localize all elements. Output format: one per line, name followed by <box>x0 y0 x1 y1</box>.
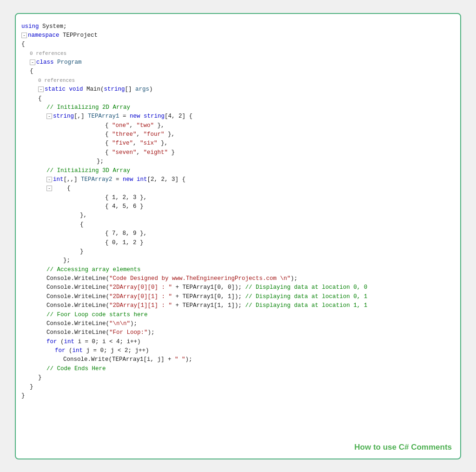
code-line: Console.WriteLine("Code Designed by www.… <box>21 274 453 283</box>
code-line: { 7, 8, 9 }, <box>21 229 453 238</box>
code-line: } <box>21 392 453 400</box>
code-content: using System; -namespace TEPProject { 0 … <box>21 22 453 401</box>
code-line: -int[,,] TEPArray2 = new int[2, 2, 3] { <box>21 175 453 184</box>
code-line: }; <box>21 256 453 265</box>
code-line: using System; <box>21 22 453 31</box>
code-line: } <box>21 247 453 256</box>
code-line: for (int i = 0; i < 4; i++) <box>21 338 453 346</box>
code-line: 0 references <box>21 49 453 58</box>
code-line: { "five", "six" }, <box>21 139 453 148</box>
code-line: Console.WriteLine("2DArray[1][1] : " + T… <box>21 301 453 310</box>
code-line: { 1, 2, 3 }, <box>21 193 453 202</box>
code-line: // Initializing 3D Array <box>21 166 453 175</box>
code-line: { 4, 5, 6 } <box>21 202 453 211</box>
code-line: -class Program <box>21 58 453 67</box>
code-line: }, <box>21 211 453 220</box>
code-line: // Accessing array elements <box>21 266 453 274</box>
code-editor: using System; -namespace TEPProject { 0 … <box>15 13 461 459</box>
code-line: }; <box>21 157 453 166</box>
code-line: 0 references <box>21 76 453 85</box>
code-line: { <box>21 40 453 49</box>
code-line: Console.WriteLine("2DArray[0][0] : " + T… <box>21 283 453 292</box>
code-line: { <box>21 67 453 76</box>
code-line: } <box>21 373 453 382</box>
code-line: // Initializing 2D Array <box>21 103 453 112</box>
code-line: { <box>21 94 453 103</box>
footer-label: How to use C# Comments <box>354 443 452 452</box>
code-line: { 0, 1, 2 } <box>21 239 453 247</box>
code-line: for (int j = 0; j < 2; j++) <box>21 346 453 355</box>
code-line: Console.Write(TEPArray1[i, j] + " "); <box>21 355 453 364</box>
code-line: -namespace TEPProject <box>21 31 453 40</box>
code-line: { "three", "four" }, <box>21 130 453 139</box>
code-line: Console.WriteLine("For Loop:"); <box>21 328 453 337</box>
code-line: Console.WriteLine("2DArray[0][1] : " + T… <box>21 293 453 301</box>
code-line: // Code Ends Here <box>21 365 453 373</box>
code-line: // Foor Loop code starts here <box>21 311 453 319</box>
code-line: Console.WriteLine("\n\n"); <box>21 319 453 328</box>
code-line: } <box>21 383 453 392</box>
code-line: - { <box>21 184 453 193</box>
code-line: { <box>21 220 453 229</box>
code-line: -string[,] TEPArray1 = new string[4, 2] … <box>21 112 453 121</box>
code-line: -static void Main(string[] args) <box>21 85 453 94</box>
code-line: { "seven", "eight" } <box>21 148 453 157</box>
code-line: { "one", "two" }, <box>21 121 453 130</box>
